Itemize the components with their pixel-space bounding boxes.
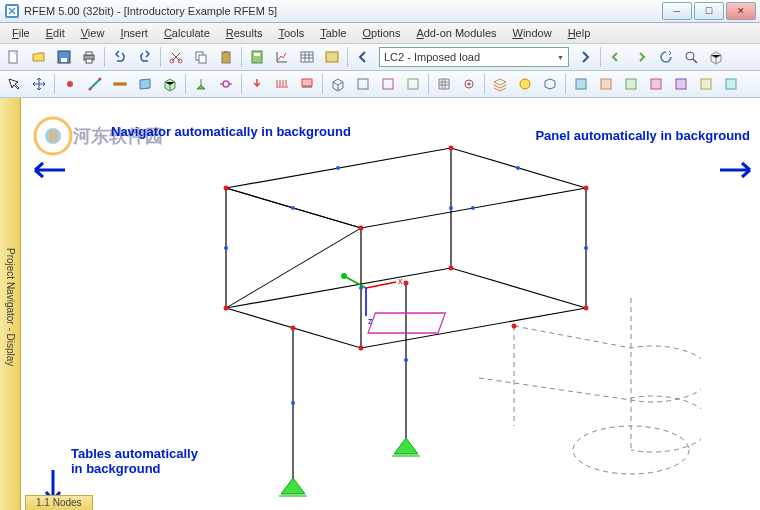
menu-options[interactable]: Options	[354, 25, 408, 41]
model-3d: x z	[171, 138, 701, 498]
titlebar: RFEM 5.00 (32bit) - [Introductory Exampl…	[0, 0, 760, 23]
nav-left-icon[interactable]	[604, 45, 628, 69]
minimize-button[interactable]: ─	[662, 2, 692, 20]
view-iso-icon[interactable]	[326, 72, 350, 96]
svg-point-71	[291, 206, 295, 210]
misc7-icon[interactable]	[719, 72, 743, 96]
separator	[54, 74, 55, 94]
refresh-icon[interactable]	[654, 45, 678, 69]
member-icon[interactable]	[108, 72, 132, 96]
support-icon[interactable]	[189, 72, 213, 96]
print-icon[interactable]	[77, 45, 101, 69]
svg-rect-34	[676, 79, 686, 89]
svg-rect-38	[49, 130, 57, 142]
redo-icon[interactable]	[133, 45, 157, 69]
loadcase-select[interactable]: LC2 - Imposed load ▼	[379, 47, 569, 67]
misc3-icon[interactable]	[619, 72, 643, 96]
save-icon[interactable]	[52, 45, 76, 69]
open-icon[interactable]	[27, 45, 51, 69]
wireframe-icon[interactable]	[538, 72, 562, 96]
svg-rect-35	[701, 79, 711, 89]
svg-marker-80	[394, 438, 418, 454]
svg-point-28	[468, 83, 471, 86]
view-xy-icon[interactable]	[351, 72, 375, 96]
layers-icon[interactable]	[488, 72, 512, 96]
surface-icon[interactable]	[133, 72, 157, 96]
misc2-icon[interactable]	[594, 72, 618, 96]
svg-rect-31	[601, 79, 611, 89]
misc5-icon[interactable]	[669, 72, 693, 96]
menu-results[interactable]: Results	[218, 25, 271, 41]
svg-point-20	[99, 78, 102, 81]
svg-point-18	[67, 81, 73, 87]
menu-tools[interactable]: Tools	[270, 25, 312, 41]
menu-addon[interactable]: Add-on Modules	[408, 25, 504, 41]
svg-point-58	[449, 146, 454, 151]
svg-point-68	[336, 166, 340, 170]
misc4-icon[interactable]	[644, 72, 668, 96]
separator	[565, 74, 566, 94]
calc-icon[interactable]	[245, 45, 269, 69]
cut-icon[interactable]	[164, 45, 188, 69]
svg-point-67	[512, 324, 517, 329]
menubar: File Edit View Insert Calculate Results …	[0, 23, 760, 44]
arrow-right-icon	[718, 158, 758, 182]
menu-help[interactable]: Help	[560, 25, 599, 41]
undo-icon[interactable]	[108, 45, 132, 69]
svg-rect-25	[383, 79, 393, 89]
load-point-icon[interactable]	[245, 72, 269, 96]
separator	[160, 47, 161, 67]
view3d-icon[interactable]	[704, 45, 728, 69]
svg-rect-1	[9, 51, 17, 63]
svg-text:z: z	[368, 316, 373, 326]
line-icon[interactable]	[83, 72, 107, 96]
view-xz-icon[interactable]	[376, 72, 400, 96]
svg-marker-41	[226, 148, 586, 228]
svg-rect-50	[368, 313, 445, 333]
lc-next-icon[interactable]	[573, 45, 597, 69]
misc6-icon[interactable]	[694, 72, 718, 96]
svg-rect-30	[576, 79, 586, 89]
lc-prev-icon[interactable]	[351, 45, 375, 69]
new-icon[interactable]	[2, 45, 26, 69]
paste-icon[interactable]	[214, 45, 238, 69]
copy-icon[interactable]	[189, 45, 213, 69]
svg-rect-10	[199, 55, 206, 63]
menu-table[interactable]: Table	[312, 25, 354, 41]
results-icon[interactable]	[270, 45, 294, 69]
zoom-icon[interactable]	[679, 45, 703, 69]
move-icon[interactable]	[27, 72, 51, 96]
menu-insert[interactable]: Insert	[112, 25, 156, 41]
close-button[interactable]: ✕	[726, 2, 756, 20]
separator	[347, 47, 348, 67]
sidebar-tab-navigator[interactable]: Project Navigator - Display	[0, 98, 21, 510]
render-icon[interactable]	[513, 72, 537, 96]
node-icon[interactable]	[58, 72, 82, 96]
model-canvas[interactable]: 河东软件园 Navigator automatically in backgro…	[21, 98, 760, 510]
maximize-button[interactable]: ☐	[694, 2, 724, 20]
svg-rect-36	[726, 79, 736, 89]
misc1-icon[interactable]	[569, 72, 593, 96]
load-area-icon[interactable]	[295, 72, 319, 96]
bottom-tab-nodes[interactable]: 1.1 Nodes	[25, 495, 93, 510]
menu-file[interactable]: File	[4, 25, 38, 41]
load-line-icon[interactable]	[270, 72, 294, 96]
separator	[185, 74, 186, 94]
view-yz-icon[interactable]	[401, 72, 425, 96]
menu-edit[interactable]: Edit	[38, 25, 73, 41]
select-icon[interactable]	[2, 72, 26, 96]
table-icon[interactable]	[295, 45, 319, 69]
grid-icon[interactable]	[432, 72, 456, 96]
svg-text:x: x	[398, 276, 403, 286]
menu-window[interactable]: Window	[505, 25, 560, 41]
snap-icon[interactable]	[457, 72, 481, 96]
solid-icon[interactable]	[158, 72, 182, 96]
svg-rect-5	[86, 52, 92, 55]
menu-view[interactable]: View	[73, 25, 113, 41]
separator	[241, 47, 242, 67]
menu-calculate[interactable]: Calculate	[156, 25, 218, 41]
nav-right-icon[interactable]	[629, 45, 653, 69]
loadcase-text: LC2 - Imposed load	[384, 51, 480, 63]
hinge-icon[interactable]	[214, 72, 238, 96]
options-icon[interactable]	[320, 45, 344, 69]
